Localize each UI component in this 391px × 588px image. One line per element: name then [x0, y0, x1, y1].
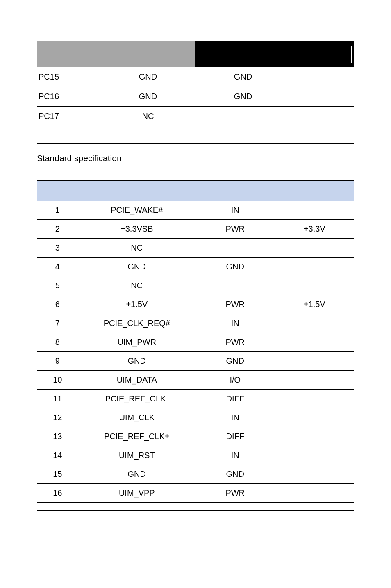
- table-row: PC17 NC: [37, 106, 354, 126]
- cell-signal: PCIE_CLK_REQ#: [78, 314, 196, 333]
- cell-volt: [275, 427, 354, 446]
- cell-val2: [196, 106, 291, 126]
- divider: [37, 143, 354, 144]
- cell-type: PWR: [196, 484, 275, 503]
- table-row: PC15 GND GND: [37, 67, 354, 87]
- cell-pin: 14: [37, 446, 78, 465]
- cell-signal: UIM_CLK: [78, 408, 196, 427]
- table-row: 8UIM_PWRPWR: [37, 333, 354, 352]
- section-title: Standard specification: [37, 153, 354, 163]
- table-row: 15GNDGND: [37, 465, 354, 484]
- cell-id: PC16: [37, 87, 100, 106]
- cell-val2: GND: [196, 87, 291, 106]
- cell-pin: 8: [37, 333, 78, 352]
- cell-signal: UIM_RST: [78, 446, 196, 465]
- cell-volt: [275, 201, 354, 220]
- cell-pin: 7: [37, 314, 78, 333]
- table-row: 14UIM_RSTIN: [37, 446, 354, 465]
- cell-val3: [291, 67, 354, 87]
- cell-type: GND: [196, 465, 275, 484]
- cell-signal: GND: [78, 258, 196, 276]
- cell-val1: GND: [100, 67, 196, 87]
- cell-signal: GND: [78, 465, 196, 484]
- cell-type: GND: [196, 258, 275, 276]
- table-row: 9GNDGND: [37, 352, 354, 371]
- cell-pin: 15: [37, 465, 78, 484]
- cell-type: PWR: [196, 333, 275, 352]
- cell-type: IN: [196, 201, 275, 220]
- table-row: 1PCIE_WAKE#IN: [37, 201, 354, 220]
- cell-type: [196, 276, 275, 295]
- pin-spec-table: 1PCIE_WAKE#IN 2+3.3VSBPWR+3.3V 3NC 4GNDG…: [37, 180, 354, 503]
- cell-signal: PCIE_REF_CLK+: [78, 427, 196, 446]
- table-row: 7PCIE_CLK_REQ#IN: [37, 314, 354, 333]
- cell-type: PWR: [196, 220, 275, 239]
- cell-type: [196, 239, 275, 258]
- divider: [37, 510, 354, 511]
- table-row: PC16 GND GND: [37, 87, 354, 106]
- table-row: 10UIM_DATAI/O: [37, 371, 354, 390]
- table-row: 3NC: [37, 239, 354, 258]
- cell-volt: [275, 484, 354, 503]
- cell-type: PWR: [196, 295, 275, 314]
- cell-pin: 16: [37, 484, 78, 503]
- cell-pin: 1: [37, 201, 78, 220]
- cell-volt: +3.3V: [275, 220, 354, 239]
- cell-volt: [275, 446, 354, 465]
- cell-id: PC17: [37, 106, 100, 126]
- cell-type: IN: [196, 446, 275, 465]
- cell-volt: [275, 352, 354, 371]
- cell-volt: [275, 390, 354, 408]
- cell-signal: NC: [78, 276, 196, 295]
- cell-type: GND: [196, 352, 275, 371]
- table-row: 12UIM_CLKIN: [37, 408, 354, 427]
- cell-signal: UIM_VPP: [78, 484, 196, 503]
- table1-header-right: [196, 41, 354, 67]
- table-row: 5NC: [37, 276, 354, 295]
- cell-signal: PCIE_REF_CLK-: [78, 390, 196, 408]
- cell-val1: NC: [100, 106, 196, 126]
- cell-volt: [275, 333, 354, 352]
- cell-signal: GND: [78, 352, 196, 371]
- cell-type: IN: [196, 314, 275, 333]
- cell-volt: [275, 408, 354, 427]
- table-row: 13PCIE_REF_CLK+DIFF: [37, 427, 354, 446]
- cell-pin: 11: [37, 390, 78, 408]
- cell-volt: [275, 371, 354, 390]
- cell-volt: +1.5V: [275, 295, 354, 314]
- table2-head-volt: [275, 180, 354, 201]
- cell-signal: NC: [78, 239, 196, 258]
- cell-pin: 3: [37, 239, 78, 258]
- table1-header-row: [37, 41, 354, 67]
- table-row: 16UIM_VPPPWR: [37, 484, 354, 503]
- cell-type: IN: [196, 408, 275, 427]
- cell-val2: GND: [196, 67, 291, 87]
- cell-pin: 10: [37, 371, 78, 390]
- cell-pin: 13: [37, 427, 78, 446]
- cell-volt: [275, 258, 354, 276]
- cell-volt: [275, 314, 354, 333]
- cell-signal: UIM_PWR: [78, 333, 196, 352]
- cell-val1: GND: [100, 87, 196, 106]
- cell-volt: [275, 239, 354, 258]
- cell-volt: [275, 465, 354, 484]
- cell-pin: 12: [37, 408, 78, 427]
- cell-pin: 5: [37, 276, 78, 295]
- table-row: 11PCIE_REF_CLK-DIFF: [37, 390, 354, 408]
- table-row: 6+1.5VPWR+1.5V: [37, 295, 354, 314]
- table-row: 4GNDGND: [37, 258, 354, 276]
- cell-signal: PCIE_WAKE#: [78, 201, 196, 220]
- pin-group-table: PC15 GND GND PC16 GND GND PC17 NC: [37, 41, 354, 126]
- cell-type: I/O: [196, 371, 275, 390]
- table2-head-type: [196, 180, 275, 201]
- table1-header-left: [37, 41, 196, 67]
- table2-head-pin: [37, 180, 78, 201]
- cell-id: PC15: [37, 67, 100, 87]
- table2-head-signal: [78, 180, 196, 201]
- cell-pin: 6: [37, 295, 78, 314]
- cell-pin: 9: [37, 352, 78, 371]
- cell-val3: [291, 87, 354, 106]
- cell-pin: 2: [37, 220, 78, 239]
- cell-type: DIFF: [196, 390, 275, 408]
- cell-signal: +3.3VSB: [78, 220, 196, 239]
